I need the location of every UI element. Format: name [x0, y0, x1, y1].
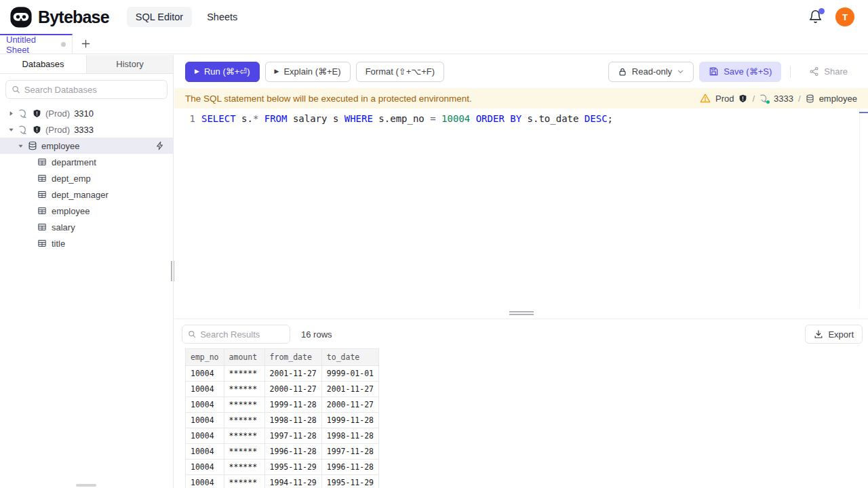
- results-table: emp_no amount from_date to_date 10004***…: [185, 348, 379, 488]
- table-row[interactable]: 10004******1996-11-281997-11-28: [186, 444, 379, 460]
- notifications-button[interactable]: [808, 9, 823, 24]
- column-header-amount[interactable]: amount: [224, 349, 264, 366]
- save-floppy-icon: [709, 66, 719, 77]
- toolbar-right-group: Read-only Save (⌘+S) Share: [608, 62, 857, 82]
- banner-env-label: Prod: [715, 94, 734, 104]
- instance-item-3333[interactable]: (Prod) 3333: [0, 121, 173, 138]
- table-row[interactable]: 10004******1997-11-281998-11-28: [186, 428, 379, 444]
- save-button-label: Save (⌘+S): [724, 66, 772, 77]
- cell[interactable]: 10004: [186, 366, 224, 382]
- cell[interactable]: ******: [224, 428, 264, 444]
- cell[interactable]: 10004: [186, 460, 224, 475]
- explain-button[interactable]: ▶ Explain (⌘+E): [265, 62, 351, 82]
- database-item-employee[interactable]: employee: [0, 138, 173, 154]
- cell[interactable]: ******: [224, 460, 264, 475]
- database-icon: [28, 141, 37, 150]
- table-item-employee[interactable]: employee: [0, 203, 173, 219]
- column-header-to-date[interactable]: to_date: [321, 349, 378, 366]
- cell[interactable]: 10004: [186, 413, 224, 428]
- instance-env-label: (Prod): [45, 125, 70, 135]
- brand-name: Bytebase: [38, 7, 109, 27]
- cell[interactable]: ******: [224, 475, 264, 488]
- cell[interactable]: 1999-11-28: [321, 413, 378, 428]
- cell[interactable]: ******: [224, 382, 264, 397]
- table-item-dept-emp[interactable]: dept_emp: [0, 170, 173, 186]
- table-item-dept-manager[interactable]: dept_manager: [0, 186, 173, 203]
- table-row[interactable]: 10004******1994-11-291995-11-29: [186, 475, 379, 488]
- table-row[interactable]: 10004******2001-11-279999-01-01: [186, 366, 379, 382]
- code-line: 1 SELECT s.* FROM salary s WHERE s.emp_n…: [174, 113, 868, 125]
- cell[interactable]: 10004: [186, 382, 224, 397]
- share-button[interactable]: Share: [800, 62, 857, 82]
- environment-shield-icon: [33, 109, 41, 118]
- table-row[interactable]: 10004******1995-11-291996-11-28: [186, 460, 379, 475]
- readonly-label: Read-only: [632, 66, 672, 77]
- nav-sheets[interactable]: Sheets: [207, 12, 237, 22]
- search-results-input[interactable]: [200, 329, 284, 340]
- quick-action-bolt-icon[interactable]: [155, 141, 165, 150]
- cell[interactable]: 2001-11-27: [321, 382, 378, 397]
- lock-icon: [618, 67, 627, 77]
- cell[interactable]: 9999-01-01: [321, 366, 378, 382]
- cell[interactable]: 1995-11-29: [321, 475, 378, 488]
- save-button[interactable]: Save (⌘+S): [699, 62, 781, 82]
- user-avatar[interactable]: T: [835, 7, 854, 26]
- protected-environment-banner: The SQL statement below will be executed…: [174, 88, 868, 108]
- cell[interactable]: 10004: [186, 444, 224, 460]
- table-item-salary[interactable]: salary: [0, 219, 173, 235]
- cell[interactable]: 1998-11-28: [264, 413, 321, 428]
- table-row[interactable]: 10004******1999-11-282000-11-27: [186, 397, 379, 413]
- cell[interactable]: 2000-11-27: [264, 382, 321, 397]
- sql-editor-pane[interactable]: 1 SELECT s.* FROM salary s WHERE s.emp_n…: [174, 108, 868, 308]
- cell[interactable]: 1997-11-28: [321, 444, 378, 460]
- bytebase-sql-editor-app: Bytebase SQL Editor Sheets T Untitled Sh…: [0, 0, 868, 488]
- editor-main: ▶ Run (⌘+⏎) ▶ Explain (⌘+E) Format (⇧+⌥+…: [174, 55, 868, 488]
- cell[interactable]: 2001-11-27: [264, 366, 321, 382]
- cell[interactable]: 1995-11-29: [264, 460, 321, 475]
- table-item-title[interactable]: title: [0, 235, 173, 251]
- cell[interactable]: 10004: [186, 397, 224, 413]
- cell[interactable]: 1998-11-28: [321, 428, 378, 444]
- panel-splitter[interactable]: [174, 308, 868, 319]
- cell[interactable]: 1999-11-28: [264, 397, 321, 413]
- export-button[interactable]: Export: [805, 325, 863, 344]
- cell[interactable]: ******: [224, 366, 264, 382]
- cell[interactable]: ******: [224, 444, 264, 460]
- cell[interactable]: 1997-11-28: [264, 428, 321, 444]
- instance-item-3310[interactable]: (Prod) 3310: [0, 105, 173, 121]
- column-header-from-date[interactable]: from_date: [264, 349, 321, 366]
- nav-sql-editor[interactable]: SQL Editor: [127, 7, 192, 27]
- tab-history[interactable]: History: [87, 55, 173, 73]
- run-button[interactable]: ▶ Run (⌘+⏎): [185, 62, 260, 82]
- sql-code: SELECT s.* FROM salary s WHERE s.emp_no …: [201, 113, 613, 125]
- cell[interactable]: ******: [224, 413, 264, 428]
- format-button-label: Format (⇧+⌥+F): [366, 66, 435, 77]
- table-item-department[interactable]: department: [0, 154, 173, 170]
- table-icon: [37, 206, 47, 216]
- add-sheet-button[interactable]: [73, 34, 98, 54]
- cell[interactable]: 2000-11-27: [321, 397, 378, 413]
- search-databases-input[interactable]: [24, 85, 161, 95]
- column-header-emp-no[interactable]: emp_no: [186, 349, 224, 366]
- tab-databases[interactable]: Databases: [0, 55, 87, 73]
- cell[interactable]: ******: [224, 397, 264, 413]
- table-row[interactable]: 10004******2000-11-272001-11-27: [186, 382, 379, 397]
- cell[interactable]: 1996-11-28: [264, 444, 321, 460]
- top-header: Bytebase SQL Editor Sheets T: [0, 0, 868, 34]
- editor-scrollbar-track[interactable]: [859, 108, 860, 308]
- table-row[interactable]: 10004******1998-11-281999-11-28: [186, 413, 379, 428]
- banner-instance-name[interactable]: 3333: [774, 94, 793, 104]
- format-button[interactable]: Format (⇧+⌥+F): [356, 62, 444, 82]
- readonly-mode-dropdown[interactable]: Read-only: [608, 62, 694, 82]
- brand-home-link[interactable]: Bytebase: [9, 5, 109, 28]
- editor-toolbar: ▶ Run (⌘+⏎) ▶ Explain (⌘+E) Format (⇧+⌥+…: [174, 55, 868, 88]
- cell[interactable]: 1994-11-29: [264, 475, 321, 488]
- cell[interactable]: 1996-11-28: [321, 460, 378, 475]
- banner-database-name[interactable]: employee: [819, 94, 857, 104]
- unsaved-indicator-icon: [61, 42, 66, 47]
- tab-untitled-sheet[interactable]: Untitled Sheet: [0, 34, 73, 54]
- sidebar-horizontal-scrollbar[interactable]: [76, 484, 96, 487]
- environment-shield-icon: [738, 94, 747, 103]
- cell[interactable]: 10004: [186, 428, 224, 444]
- cell[interactable]: 10004: [186, 475, 224, 488]
